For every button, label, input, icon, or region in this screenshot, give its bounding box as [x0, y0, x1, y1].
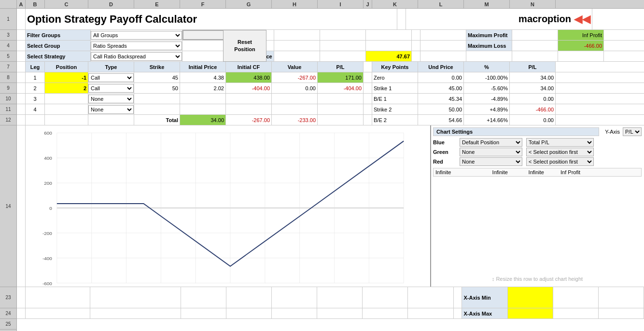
kp-s2-price: 50.00 [418, 104, 464, 114]
x-axis-min-label: X-Axis Min [462, 287, 507, 308]
col-header-h: H [272, 0, 318, 8]
col-header-f: F [180, 0, 226, 8]
leg2-pl: -404.00 [318, 83, 364, 93]
r4-h [320, 41, 366, 51]
r24-j [454, 308, 462, 318]
svg-text:600: 600 [44, 130, 52, 136]
leg4-position [45, 104, 88, 114]
svg-text:58: 58 [366, 286, 372, 287]
red-detail-select[interactable]: < Select position first [526, 157, 594, 166]
r3-h [320, 30, 366, 40]
leg1-pl: 171.00 [318, 72, 364, 83]
logo-icon: ◀◀ [574, 13, 590, 26]
r24-h [363, 308, 408, 318]
chart-settings-header: Chart Settings Y-Axis P/L [433, 127, 642, 136]
rn-4: 4 [0, 41, 16, 51]
row-9: 2 2 Call Put None 50 2.02 -404.00 0.00 -… [17, 83, 644, 94]
max-profit-label: Maximum Profit [466, 30, 512, 40]
filter-groups-select[interactable]: All Groups [91, 31, 182, 40]
svg-text:52: 52 [262, 286, 268, 287]
main-content: Option Strategy Payoff Calculator macrop… [17, 9, 644, 331]
svg-text:-200: -200 [42, 231, 52, 236]
r4-j [412, 41, 420, 51]
th-position: Position [45, 62, 88, 72]
rn-9: 9 [0, 83, 16, 94]
col-header-i: I [318, 0, 364, 8]
r24-f [272, 308, 317, 318]
kp-be2-pct: +14.66% [464, 115, 510, 125]
r5-n [558, 51, 604, 61]
col-header-b: B [26, 0, 45, 8]
col-header-j: J [364, 0, 372, 8]
th-kp-pl: P/L [510, 62, 556, 72]
row-11: 4 None Call Put Strike 2 50.00 +4.89% [17, 104, 644, 115]
r23-g [317, 287, 363, 308]
r24-n [599, 308, 644, 318]
r4-i [366, 41, 412, 51]
select-strategy-label: Select Strategy [26, 51, 91, 61]
rn-25: 25 [0, 319, 16, 330]
blue-total-select[interactable]: Total P/L [526, 138, 594, 147]
select-group-cell: Ratio Spreads [91, 41, 182, 51]
col-header-g: G [226, 0, 272, 8]
select-strategy-select[interactable]: Call Ratio Backspread [91, 52, 182, 61]
kp-s1-price: 45.00 [418, 83, 464, 93]
reset-position-button[interactable]: Reset Position [223, 30, 266, 62]
blue-label: Blue [433, 139, 460, 145]
th-pl: P/L [318, 62, 364, 72]
kp-s1-pct: -5.60% [464, 83, 510, 93]
svg-text:48: 48 [193, 286, 199, 287]
kp-infinite-row: Infinite Infinite Infinite Inf Profit [433, 168, 642, 177]
leg3-type-select[interactable]: None Call Put [88, 95, 134, 103]
rn-8: 8 [0, 72, 16, 83]
leg1-initial-cf: 438.00 [226, 72, 272, 83]
th-value: Value [272, 62, 318, 72]
filter-groups-label: Filter Groups [26, 30, 91, 40]
r3-j [412, 30, 420, 40]
red-position-select[interactable]: None [460, 157, 522, 166]
leg4-pl [318, 104, 364, 114]
leg2-type-select[interactable]: Call Put None [88, 84, 134, 93]
leg3-position [45, 94, 88, 104]
kp-be2-price: 54.66 [418, 115, 464, 125]
kp-inf-pct: Infinite [508, 169, 544, 175]
r4-m [512, 41, 558, 51]
leg4-icf [226, 104, 272, 114]
kp-s1-label: Strike 1 [372, 83, 418, 93]
leg3-icf [226, 94, 272, 104]
th-type: Type [88, 62, 134, 72]
kp-be1-pl: 0.00 [510, 94, 556, 104]
chart-settings-title: Chart Settings [433, 127, 599, 136]
blue-setting-row: Blue Default Position Total P/L [433, 138, 642, 147]
th-pct: % [464, 62, 510, 72]
th-initial-cf: Initial CF [226, 62, 272, 72]
r24-b [26, 308, 90, 318]
col-header-d: D [88, 0, 134, 8]
green-detail-select[interactable]: < Select position first [526, 148, 594, 156]
select-group-select[interactable]: Ratio Spreads [91, 41, 182, 50]
r5-g [274, 51, 320, 61]
leg3-type-cell: None Call Put [88, 94, 134, 104]
kp-s1-pl: 34.00 [510, 83, 556, 93]
blue-position-select[interactable]: Default Position [460, 138, 522, 147]
r5-k [420, 51, 466, 61]
leg4-type-select[interactable]: None Call Put [88, 105, 134, 114]
x-axis-max-value [508, 308, 553, 318]
leg1-type-select[interactable]: Call Put None [88, 73, 134, 82]
r23-m [553, 287, 599, 308]
total-label: Total [134, 115, 180, 125]
leg3-ip [180, 94, 226, 104]
green-position-select[interactable]: None [460, 148, 522, 156]
col-header-e: E [134, 0, 180, 8]
r12-j [364, 115, 372, 125]
kp-be1-price: 45.34 [418, 94, 464, 104]
rn-1: 1 [0, 9, 16, 30]
r23-f [272, 287, 317, 308]
r24-g [317, 308, 363, 318]
kp-be2-pl: 0.00 [510, 115, 556, 125]
r11-j [364, 104, 372, 114]
r7-j [364, 62, 372, 72]
svg-text:0: 0 [49, 206, 52, 211]
kp-s2-label: Strike 2 [372, 104, 418, 114]
y-axis-select[interactable]: P/L [623, 127, 642, 136]
